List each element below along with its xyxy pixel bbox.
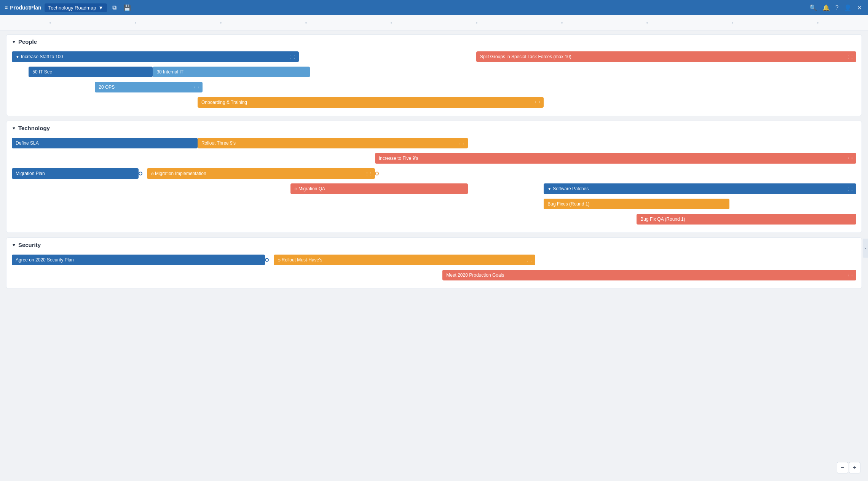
bar-split-groups[interactable]: Split Groups in Special Task Forces (max…: [476, 51, 856, 62]
timeline-dot: [49, 22, 51, 24]
bar-menu-icon[interactable]: ⋮⋮: [846, 55, 854, 59]
bar-label: 30 Internal IT: [156, 69, 183, 75]
bar-label: 20 OPS: [99, 84, 115, 90]
bar-label: 50 IT Sec: [32, 69, 52, 75]
timeline-dot: [135, 22, 136, 24]
timeline-dot: [391, 22, 392, 24]
bar-menu-icon[interactable]: ⋮⋮: [846, 273, 854, 277]
bar-ops[interactable]: 20 OPS ⋮⋮: [95, 82, 203, 92]
breadcrumb[interactable]: Technology Roadmap ▼: [45, 3, 107, 12]
timeline-dot: [476, 22, 477, 24]
link-icon: ⊙: [151, 172, 154, 176]
nav-right-icons: 🔍 🔔 ? 👤 ✕: [807, 3, 863, 13]
bar-menu-icon[interactable]: ⋮⋮: [289, 55, 297, 59]
bar-onboarding[interactable]: Onboarding & Training ⋮⋮: [198, 97, 544, 108]
bar-migration-impl[interactable]: ⊙ Migration Implementation ⋮⋮: [147, 168, 375, 179]
gantt-row-bug-fix-qa: Bug Fix QA (Round 1): [12, 213, 856, 226]
milestone-dot-end: [375, 172, 379, 175]
app-logo: ≡ ProductPlan: [5, 5, 41, 11]
bar-agree-security[interactable]: Agree on 2020 Security Plan: [12, 255, 265, 265]
gantt-row-meet-goals: Meet 2020 Production Goals ⋮⋮: [12, 269, 856, 282]
bar-menu-icon[interactable]: ⋮⋮: [458, 141, 466, 145]
bar-menu-icon[interactable]: ⋮⋮: [846, 156, 854, 161]
bar-label: Bug Fix QA (Round 1): [640, 217, 685, 222]
user-button[interactable]: 👤: [842, 3, 853, 13]
chevron-down-icon: ▼: [12, 40, 16, 44]
search-button[interactable]: 🔍: [808, 3, 819, 13]
chevron-down-icon: ▼: [12, 243, 16, 247]
gantt-row-ops: 20 OPS ⋮⋮: [29, 81, 856, 94]
zoom-controls: − +: [837, 462, 860, 473]
copy-button[interactable]: ⧉: [111, 3, 118, 13]
main-content: ▼ People ▼ Increase Staff to 100 ⋮⋮ Spli…: [0, 15, 868, 481]
app-name: ProductPlan: [10, 5, 41, 11]
bar-software-patches[interactable]: ▼ Software Patches ⋮⋮: [544, 183, 856, 194]
group-people-label: People: [18, 38, 37, 45]
zoom-out-button[interactable]: −: [837, 462, 848, 473]
timeline-dot: [561, 22, 563, 24]
timeline-dot: [305, 22, 307, 24]
notifications-button[interactable]: 🔔: [821, 3, 831, 13]
gantt-row-migration-plan: Migration Plan ⊙ Migration Implementatio…: [12, 167, 856, 180]
gantt-row-define-sla: Define SLA Rollout Three 9's ⋮⋮: [12, 137, 856, 150]
timeline-dot: [646, 22, 648, 24]
help-button[interactable]: ?: [834, 3, 840, 13]
bar-label: Define SLA: [16, 140, 39, 146]
bar-label: Meet 2020 Production Goals: [446, 272, 504, 278]
bar-bug-fixes[interactable]: Bug Fixes (Round 1): [544, 199, 729, 209]
bar-label: Agree on 2020 Security Plan: [16, 257, 74, 263]
bar-migration-qa[interactable]: ⊙ Migration QA: [290, 183, 468, 194]
timeline-header: [0, 15, 868, 30]
save-button[interactable]: 💾: [122, 3, 132, 13]
group-technology-body: Define SLA Rollout Three 9's ⋮⋮ Increase…: [6, 134, 862, 233]
bar-label: Increase Staff to 100: [21, 54, 63, 59]
group-security-body: Agree on 2020 Security Plan ⊙ Rollout Mu…: [6, 251, 862, 288]
groups-container: ▼ People ▼ Increase Staff to 100 ⋮⋮ Spli…: [0, 30, 868, 481]
bar-migration-plan[interactable]: Migration Plan: [12, 168, 139, 179]
bar-rollout-threes[interactable]: Rollout Three 9's ⋮⋮: [198, 138, 468, 148]
group-security-label: Security: [18, 242, 41, 248]
group-people: ▼ People ▼ Increase Staff to 100 ⋮⋮ Spli…: [6, 34, 862, 116]
chevron-down-icon: ▼: [98, 5, 103, 11]
bar-define-sla[interactable]: Define SLA: [12, 138, 198, 148]
bar-rollout-must[interactable]: ⊙ Rollout Must-Have's ⋮⋮: [274, 255, 536, 265]
group-people-header[interactable]: ▼ People: [6, 35, 862, 48]
bar-menu-icon[interactable]: ⋮⋮: [534, 100, 541, 105]
group-technology: ▼ Technology Define SLA Rollout Three 9'…: [6, 121, 862, 233]
bar-label: Migration QA: [298, 186, 325, 191]
bar-label: Onboarding & Training: [201, 100, 247, 105]
bar-increase-staff[interactable]: ▼ Increase Staff to 100 ⋮⋮: [12, 51, 299, 62]
gantt-row-bug-fixes: Bug Fixes (Round 1): [12, 197, 856, 210]
group-technology-header[interactable]: ▼ Technology: [6, 121, 862, 134]
bar-menu-icon[interactable]: ⋮⋮: [525, 258, 533, 262]
grid-icon: ≡: [5, 5, 8, 11]
navbar: ≡ ProductPlan Technology Roadmap ▼ ⧉ 💾 🔍…: [0, 0, 868, 15]
timeline-dot: [732, 22, 733, 24]
bar-meet-goals[interactable]: Meet 2020 Production Goals ⋮⋮: [442, 270, 856, 280]
bar-internal-it[interactable]: 30 Internal IT: [153, 67, 310, 77]
group-security: ▼ Security Agree on 2020 Security Plan ⊙…: [6, 237, 862, 289]
bar-label: Software Patches: [553, 186, 589, 191]
bar-menu-icon[interactable]: ⋮⋮: [365, 172, 373, 176]
bar-label: Bug Fixes (Round 1): [547, 201, 589, 207]
bar-it-sec[interactable]: 50 IT Sec: [29, 67, 153, 77]
zoom-in-button[interactable]: +: [849, 462, 860, 473]
bar-menu-icon[interactable]: ⋮⋮: [193, 85, 200, 89]
bar-label: Increase to Five 9's: [379, 156, 418, 161]
gantt-row-agree-security: Agree on 2020 Security Plan ⊙ Rollout Mu…: [12, 253, 856, 266]
bar-label: Split Groups in Special Task Forces (max…: [480, 54, 571, 59]
side-collapse-handle[interactable]: ›: [863, 239, 868, 258]
bar-increase-fives[interactable]: Increase to Five 9's ⋮⋮: [375, 153, 856, 164]
timeline-dot: [220, 22, 222, 24]
gantt-row-increase-fives: Increase to Five 9's ⋮⋮: [12, 152, 856, 165]
bar-label: Migration Plan: [16, 171, 45, 176]
gantt-row-migration-qa: ⊙ Migration QA ▼ Software Patches ⋮⋮: [12, 182, 856, 195]
gantt-row-it-sec: 50 IT Sec 30 Internal IT: [29, 65, 856, 78]
close-button[interactable]: ✕: [855, 3, 863, 13]
bar-bug-fix-qa[interactable]: Bug Fix QA (Round 1): [637, 214, 856, 225]
bar-label: Migration Implementation: [155, 171, 206, 176]
bar-menu-icon[interactable]: ⋮⋮: [846, 187, 854, 191]
bar-label: Rollout Must-Have's: [282, 257, 322, 263]
group-security-header[interactable]: ▼ Security: [6, 238, 862, 251]
group-technology-label: Technology: [18, 125, 50, 131]
